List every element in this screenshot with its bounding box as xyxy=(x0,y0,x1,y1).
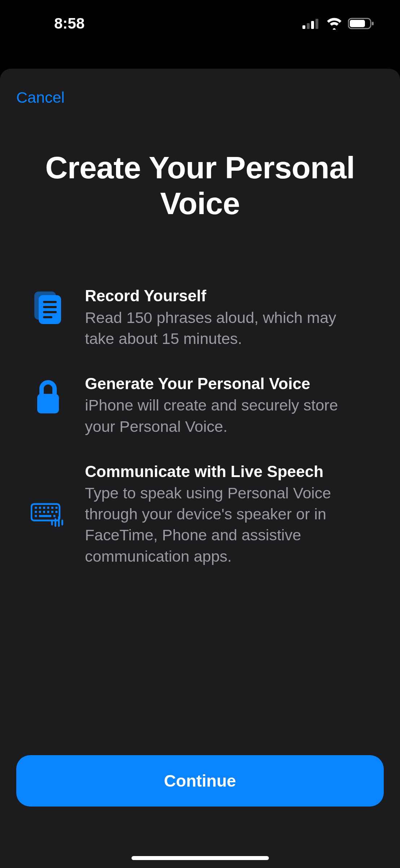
status-bar: 8:58 xyxy=(0,0,400,47)
home-indicator[interactable] xyxy=(132,856,269,860)
svg-rect-8 xyxy=(39,295,61,324)
svg-rect-10 xyxy=(43,306,57,308)
feature-title: Generate Your Personal Voice xyxy=(85,374,369,393)
svg-rect-26 xyxy=(55,511,57,513)
svg-rect-23 xyxy=(43,511,45,513)
wifi-icon xyxy=(326,17,343,30)
feature-text: Generate Your Personal Voice iPhone will… xyxy=(85,374,369,437)
svg-rect-12 xyxy=(43,316,52,318)
feature-text: Communicate with Live Speech Type to spe… xyxy=(85,462,369,567)
svg-rect-2 xyxy=(311,21,314,29)
svg-rect-27 xyxy=(35,515,37,517)
svg-rect-11 xyxy=(43,311,57,313)
svg-rect-0 xyxy=(302,25,305,29)
feature-desc: Type to speak using Personal Voice throu… xyxy=(85,482,369,566)
svg-rect-16 xyxy=(39,507,41,509)
svg-rect-29 xyxy=(53,515,56,517)
svg-rect-9 xyxy=(43,301,57,303)
document-icon xyxy=(31,286,65,325)
battery-icon xyxy=(348,17,375,30)
feature-desc: Read 150 phrases aloud, which may take a… xyxy=(85,307,369,349)
feature-generate: Generate Your Personal Voice iPhone will… xyxy=(31,374,369,437)
svg-rect-21 xyxy=(35,511,37,513)
status-indicators xyxy=(302,17,375,30)
svg-rect-5 xyxy=(350,20,365,27)
feature-title: Communicate with Live Speech xyxy=(85,462,369,481)
svg-rect-13 xyxy=(37,394,59,413)
feature-communicate: Communicate with Live Speech Type to spe… xyxy=(31,462,369,567)
feature-text: Record Yourself Read 150 phrases aloud, … xyxy=(85,286,369,349)
feature-list: Record Yourself Read 150 phrases aloud, … xyxy=(16,286,384,567)
svg-rect-20 xyxy=(55,507,57,509)
feature-title: Record Yourself xyxy=(85,286,369,306)
continue-button[interactable]: Continue xyxy=(16,755,384,807)
keyboard-voice-icon xyxy=(31,501,65,527)
page-title: Create Your Personal Voice xyxy=(16,150,384,221)
svg-rect-1 xyxy=(307,23,310,29)
modal-sheet: Cancel Create Your Personal Voice Record… xyxy=(0,69,400,868)
svg-rect-24 xyxy=(47,511,50,513)
status-time: 8:58 xyxy=(54,15,85,32)
feature-record: Record Yourself Read 150 phrases aloud, … xyxy=(31,286,369,349)
svg-rect-22 xyxy=(39,511,41,513)
svg-rect-25 xyxy=(51,511,53,513)
svg-rect-18 xyxy=(47,507,50,509)
svg-rect-6 xyxy=(372,22,374,25)
svg-rect-28 xyxy=(39,515,51,517)
feature-desc: iPhone will create and securely store yo… xyxy=(85,395,369,437)
cellular-signal-icon xyxy=(302,18,321,29)
lock-icon xyxy=(31,374,65,416)
cancel-button[interactable]: Cancel xyxy=(16,89,65,106)
svg-rect-15 xyxy=(35,507,37,509)
svg-rect-17 xyxy=(43,507,45,509)
svg-rect-19 xyxy=(51,507,53,509)
svg-rect-3 xyxy=(315,19,318,29)
